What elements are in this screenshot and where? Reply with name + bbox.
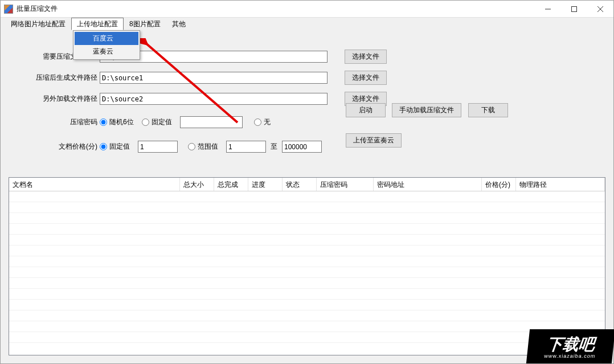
upload-lanzou-button[interactable]: 上传至蓝奏云	[346, 133, 402, 148]
grid-body	[9, 191, 605, 355]
col-docname[interactable]: 文档名	[9, 178, 180, 191]
radio-price-range-input[interactable]	[188, 143, 195, 150]
grid-header: 文档名 总大小 总完成 进度 状态 压缩密码 密码地址 价格(分) 物理路径	[9, 178, 605, 191]
grid-empty-row	[9, 289, 605, 300]
grid-empty-row	[9, 256, 605, 267]
input-price-range-from[interactable]	[226, 141, 266, 153]
watermark: 下载吧 www.xiazaiba.com	[526, 329, 614, 363]
watermark-sub: www.xiazaiba.com	[544, 353, 596, 359]
grid-empty-row	[9, 213, 605, 224]
app-icon	[4, 5, 13, 14]
choose-output-button[interactable]: 选择文件	[345, 71, 387, 85]
radio-pw-fixed-input[interactable]	[142, 118, 149, 126]
window-title: 批量压缩文件	[17, 4, 58, 14]
svg-rect-0	[572, 6, 577, 11]
col-progress[interactable]: 进度	[248, 178, 283, 191]
radio-pw-none-input[interactable]	[254, 118, 261, 126]
watermark-main: 下载吧	[546, 334, 596, 355]
col-physpath[interactable]: 物理路径	[516, 178, 605, 191]
grid-empty-row	[9, 267, 605, 278]
radio-pw-none[interactable]: 无	[254, 117, 271, 127]
start-button[interactable]: 启动	[346, 103, 386, 117]
grid-empty-row	[9, 300, 605, 310]
label-extra-path: 另外加载文件路径	[28, 94, 100, 104]
label-doc-price: 文档价格(分)	[28, 142, 100, 152]
radio-price-fixed-input[interactable]	[100, 143, 107, 150]
maximize-button[interactable]	[561, 1, 587, 18]
titlebar: 批量压缩文件	[1, 1, 613, 18]
grid-empty-row	[9, 202, 605, 213]
dropdown-item-baidu[interactable]: 百度云	[75, 32, 138, 45]
input-price-range-to[interactable]	[282, 141, 322, 153]
label-range-to: 至	[271, 142, 277, 152]
upload-config-dropdown: 百度云 蓝奏云	[73, 30, 140, 60]
grid-empty-row	[9, 332, 605, 343]
menubar: 网络图片地址配置 上传地址配置 8图片配置 其他	[1, 18, 613, 30]
menu-upload-config[interactable]: 上传地址配置	[71, 18, 124, 30]
radio-pw-fixed[interactable]: 固定值	[142, 117, 172, 127]
col-price[interactable]: 价格(分)	[482, 178, 516, 191]
input-extra-path[interactable]	[100, 93, 328, 105]
col-totalsize[interactable]: 总大小	[180, 178, 214, 191]
menu-other[interactable]: 其他	[166, 18, 191, 30]
radio-price-range[interactable]: 范围值	[188, 142, 218, 152]
label-compress-pw: 压缩密码	[28, 117, 100, 127]
grid-empty-row	[9, 235, 605, 246]
menu-net-image-config[interactable]: 网络图片地址配置	[5, 18, 71, 30]
grid-empty-row	[9, 224, 605, 235]
input-pw-fixed[interactable]	[180, 116, 243, 128]
label-output-path: 压缩后生成文件路径	[28, 73, 100, 83]
dropdown-item-lanzou[interactable]: 蓝奏云	[75, 45, 138, 58]
grid-empty-row	[9, 310, 605, 321]
close-button[interactable]	[587, 1, 613, 18]
radio-price-fixed[interactable]: 固定值	[100, 142, 130, 152]
radio-pw-random[interactable]: 随机6位	[100, 117, 134, 127]
radio-pw-random-input[interactable]	[100, 118, 107, 126]
col-status[interactable]: 状态	[283, 178, 317, 191]
col-zippw[interactable]: 压缩密码	[317, 178, 374, 191]
choose-source-button[interactable]: 选择文件	[345, 50, 387, 64]
grid-empty-row	[9, 246, 605, 256]
grid-empty-row	[9, 278, 605, 289]
input-price-fixed[interactable]	[138, 141, 178, 153]
download-button[interactable]: 下载	[468, 103, 508, 117]
grid-empty-row	[9, 191, 605, 202]
app-window: 批量压缩文件 网络图片地址配置 上传地址配置 8图片配置 其他 百度云 蓝奏云	[0, 0, 614, 364]
menu-8img-config[interactable]: 8图片配置	[124, 18, 166, 30]
manual-load-button[interactable]: 手动加载压缩文件	[392, 103, 461, 117]
col-pwurl[interactable]: 密码地址	[374, 178, 482, 191]
grid-empty-row	[9, 321, 605, 332]
minimize-button[interactable]	[535, 1, 561, 18]
input-output-path[interactable]	[100, 72, 328, 84]
col-totaldone[interactable]: 总完成	[214, 178, 248, 191]
file-grid[interactable]: 文档名 总大小 总完成 进度 状态 压缩密码 密码地址 价格(分) 物理路径	[9, 177, 605, 355]
